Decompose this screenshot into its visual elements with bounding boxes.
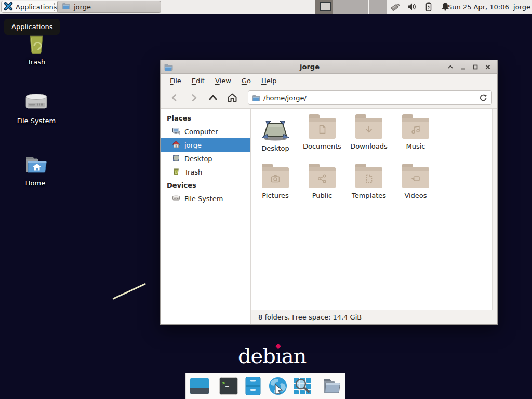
right-pane: Desktop Documents [251, 109, 497, 324]
file-downloads[interactable]: Downloads [345, 114, 392, 163]
back-button[interactable] [166, 90, 183, 105]
devices-header: Devices [161, 179, 250, 192]
folder-icon [262, 167, 289, 188]
folder-icon [355, 118, 382, 139]
menu-help[interactable]: Help [256, 75, 282, 87]
places-header: Places [161, 112, 250, 125]
home-folder-icon [23, 154, 48, 177]
path-input[interactable] [263, 94, 474, 102]
svg-text:>: > [222, 380, 225, 387]
desktop-icon-label: Trash [28, 58, 45, 66]
clock[interactable]: Sun 25 Apr, 10:06 [448, 0, 509, 14]
show-desktop-icon[interactable] [189, 376, 209, 396]
debian-wordmark: debıan [238, 344, 306, 368]
desktop: Applications jorge [0, 0, 532, 399]
panel-handle[interactable] [54, 3, 56, 11]
sidebar-item-label: Desktop [184, 155, 212, 163]
file-label: Desktop [261, 144, 289, 152]
side-pane: Places Computer [161, 109, 251, 324]
sidebar-item-label: Trash [184, 168, 202, 176]
terminal-icon[interactable]: > _ [218, 376, 238, 396]
sidebar-item-label: jorge [184, 141, 202, 149]
workspace-4[interactable] [369, 0, 387, 14]
sidebar-item-desktop[interactable]: Desktop [161, 152, 250, 165]
file-label: Videos [404, 192, 427, 200]
taskbar-button-label: jorge [74, 3, 91, 11]
xfce-applications-icon [4, 2, 13, 12]
workspace-1[interactable] [315, 0, 333, 14]
file-label: Documents [303, 142, 341, 150]
window-titlebar[interactable]: jorge [161, 60, 497, 74]
file-label: Public [312, 192, 332, 200]
desktop-icon-home[interactable]: Home [10, 154, 60, 187]
maximize-button[interactable] [471, 63, 480, 71]
home-button[interactable] [223, 90, 241, 105]
app-finder-icon[interactable] [292, 376, 312, 396]
file-desktop[interactable]: Desktop [252, 114, 299, 163]
close-button[interactable] [484, 63, 492, 71]
window-folder-icon [164, 63, 173, 71]
file-templates[interactable]: Templates [345, 163, 392, 212]
taskbar-folder-icon [62, 2, 70, 11]
menu-file[interactable]: File [165, 75, 187, 87]
file-music[interactable]: Music [392, 114, 439, 163]
file-cabinet-icon[interactable] [243, 376, 263, 396]
shade-button[interactable] [446, 63, 455, 71]
user-home-icon [172, 140, 180, 150]
taskbar-button-jorge[interactable]: jorge [57, 1, 161, 13]
desktop-folder-icon [260, 117, 290, 143]
file-pictures[interactable]: Pictures [252, 163, 299, 212]
menu-view[interactable]: View [210, 75, 236, 87]
minimize-button[interactable] [459, 63, 467, 71]
web-browser-icon[interactable] [268, 376, 288, 396]
sidebar-item-label: File System [184, 195, 223, 203]
desktop-small-icon [172, 154, 180, 164]
up-button[interactable] [204, 90, 222, 105]
menu-go[interactable]: Go [236, 75, 256, 87]
top-panel: Applications jorge [0, 0, 532, 14]
sidebar-item-jorge[interactable]: jorge [161, 138, 250, 152]
volume-icon[interactable] [406, 1, 418, 12]
applications-menu-label: Applications [16, 3, 57, 11]
desktop-icon-label: Home [25, 179, 45, 187]
status-bar: 8 folders, Free space: 14.4 GiB [251, 310, 497, 324]
reload-button[interactable] [477, 91, 489, 104]
sidebar-item-trash[interactable]: Trash [161, 165, 250, 179]
file-label: Downloads [350, 142, 387, 150]
file-label: Pictures [262, 192, 288, 200]
sidebar-item-label: Computer [184, 128, 218, 136]
sidebar-item-computer[interactable]: Computer [161, 125, 250, 138]
file-label: Music [406, 142, 425, 150]
folder-icon [402, 118, 429, 139]
file-public[interactable]: Public [299, 163, 345, 212]
bottom-dock: > _ [185, 373, 345, 399]
folder-icon [355, 167, 382, 188]
file-videos[interactable]: Videos [392, 163, 439, 212]
applications-menu-button[interactable]: Applications [1, 1, 61, 13]
sidebar-item-file-system[interactable]: File System [161, 192, 250, 205]
removable-media-icon[interactable] [390, 1, 401, 12]
file-documents[interactable]: Documents [299, 114, 345, 163]
file-label: Templates [352, 192, 386, 200]
stylus-stroke-artifact [112, 283, 146, 300]
folder-icon [402, 167, 429, 188]
trash-small-icon [172, 167, 180, 177]
desktop-icon-file-system[interactable]: File System [11, 91, 61, 125]
menu-bar: File Edit View Go Help [161, 74, 497, 87]
workspace-3[interactable] [351, 0, 369, 14]
file-view[interactable]: Desktop Documents [251, 109, 497, 310]
toolbar [161, 87, 497, 109]
desktop-icon-label: File System [17, 117, 56, 125]
icon-grid: Desktop Documents [251, 109, 488, 212]
battery-icon[interactable] [423, 1, 434, 12]
vertical-scrollbar[interactable] [492, 109, 497, 310]
file-manager-window: jorge File Edit View Go Help [160, 60, 498, 325]
forward-button[interactable] [185, 90, 203, 105]
file-manager-folder-icon[interactable] [322, 376, 342, 396]
location-bar[interactable] [248, 90, 492, 105]
svg-text:_: _ [225, 380, 229, 387]
computer-icon [172, 127, 180, 137]
menu-edit[interactable]: Edit [187, 75, 210, 87]
folder-icon [309, 167, 336, 188]
workspace-2[interactable] [333, 0, 351, 14]
